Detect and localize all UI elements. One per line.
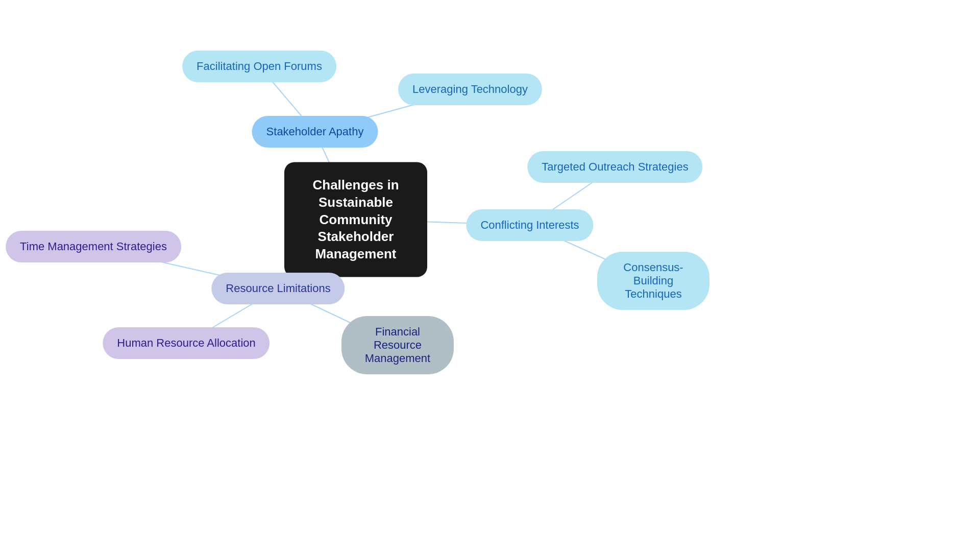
facilitating-open-forums-node: Facilitating Open Forums: [182, 51, 336, 82]
time-management-strategies-node: Time Management Strategies: [6, 231, 181, 262]
conflicting-interests-label: Conflicting Interests: [480, 219, 579, 232]
human-resource-allocation-node: Human Resource Allocation: [103, 327, 270, 359]
resource-limitations-label: Resource Limitations: [226, 282, 330, 295]
leveraging-technology-node: Leveraging Technology: [398, 74, 542, 105]
mind-map-container: Challenges in Sustainable Community Stak…: [0, 0, 980, 553]
consensus-building-techniques-label: Consensus-Building Techniques: [611, 261, 695, 301]
stakeholder-apathy-label: Stakeholder Apathy: [266, 125, 364, 138]
targeted-outreach-strategies-label: Targeted Outreach Strategies: [542, 160, 688, 174]
consensus-building-techniques-node: Consensus-Building Techniques: [597, 252, 709, 310]
financial-resource-management-label: Financial Resource Management: [356, 325, 439, 365]
leveraging-technology-label: Leveraging Technology: [412, 83, 528, 96]
resource-limitations-node: Resource Limitations: [211, 273, 345, 304]
targeted-outreach-strategies-node: Targeted Outreach Strategies: [527, 151, 702, 183]
financial-resource-management-node: Financial Resource Management: [341, 316, 454, 374]
stakeholder-apathy-node: Stakeholder Apathy: [252, 116, 378, 148]
center-node-label: Challenges in Sustainable Community Stak…: [303, 177, 409, 263]
human-resource-allocation-label: Human Resource Allocation: [117, 336, 255, 350]
conflicting-interests-node: Conflicting Interests: [466, 209, 593, 241]
time-management-strategies-label: Time Management Strategies: [20, 240, 167, 253]
center-node: Challenges in Sustainable Community Stak…: [284, 162, 427, 277]
facilitating-open-forums-label: Facilitating Open Forums: [197, 60, 322, 73]
